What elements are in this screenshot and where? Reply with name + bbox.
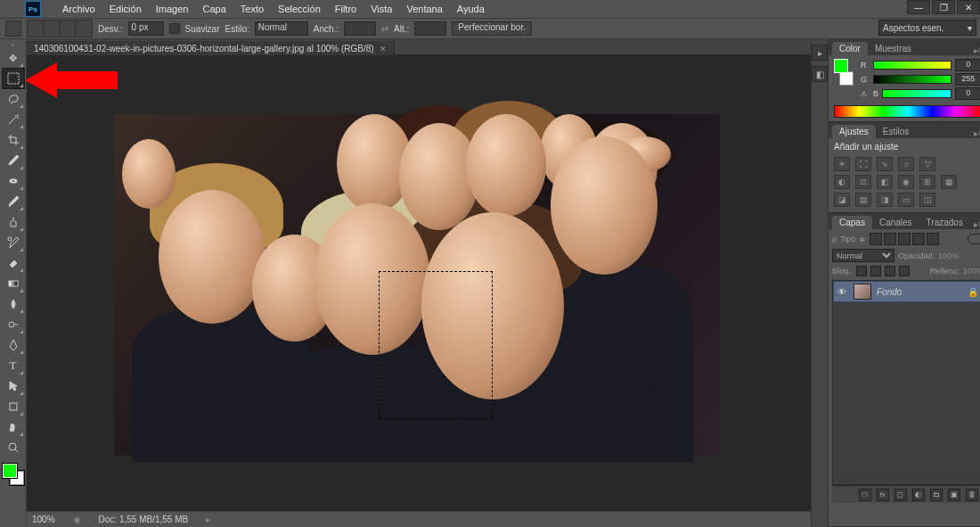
tab-channels[interactable]: Canales (872, 216, 919, 229)
lock-trans-icon[interactable] (856, 266, 867, 276)
adj-hue-icon[interactable]: ◐ (834, 175, 850, 189)
tab-swatches[interactable]: Muestras (868, 42, 919, 55)
b-slider[interactable] (882, 89, 951, 98)
close-button[interactable]: ✕ (957, 0, 980, 14)
workspace-selector[interactable]: Aspectos esen. ▾ (878, 20, 976, 36)
r-slider[interactable] (873, 61, 951, 70)
collapsed-panel-icon[interactable]: ◧ (812, 66, 828, 82)
adj-balance-icon[interactable]: ⚖ (855, 175, 871, 189)
eyedropper-tool[interactable] (3, 151, 24, 170)
adj-photofilter-icon[interactable]: ◉ (898, 175, 914, 189)
tab-adjustments[interactable]: Ajustes (832, 125, 876, 138)
adj-mixer-icon[interactable]: ⊞ (919, 175, 935, 189)
adj-threshold-icon[interactable]: ◨ (877, 193, 893, 207)
selection-subtract-icon[interactable] (60, 21, 76, 37)
panel-menu-icon[interactable]: ▸≡ (970, 45, 980, 55)
lock-all-icon[interactable] (899, 266, 910, 276)
adj-brightness-icon[interactable]: ☀ (834, 157, 850, 171)
filter-smart-icon[interactable] (927, 233, 939, 245)
document-canvas[interactable] (114, 114, 720, 456)
path-select-tool[interactable] (3, 376, 24, 396)
layer-name[interactable]: Fondo (877, 287, 902, 297)
lock-pixels-icon[interactable] (870, 266, 881, 276)
filter-adj-icon[interactable] (884, 233, 896, 245)
marquee-tool[interactable] (3, 69, 24, 88)
crop-tool[interactable] (3, 130, 24, 150)
filter-toggle[interactable] (968, 234, 980, 244)
layer-row[interactable]: 👁 Fondo 🔒 (833, 281, 980, 302)
maximize-button[interactable]: ❐ (932, 0, 955, 14)
filter-type-icon[interactable] (898, 233, 911, 245)
selection-intersect-icon[interactable] (76, 21, 92, 37)
minimize-button[interactable]: — (907, 0, 930, 14)
adj-lookup-icon[interactable]: ▦ (941, 175, 957, 189)
dodge-tool[interactable] (3, 315, 24, 334)
new-layer-icon[interactable]: ▣ (948, 489, 960, 501)
new-group-icon[interactable]: 🗀 (930, 489, 943, 501)
adj-bw-icon[interactable]: ◧ (877, 175, 893, 189)
visibility-icon[interactable]: 👁 (837, 287, 848, 297)
pen-tool[interactable] (3, 335, 24, 355)
close-icon[interactable]: ✕ (380, 45, 387, 54)
adj-curves-icon[interactable]: ∿ (877, 157, 893, 171)
adj-exposure-icon[interactable]: ☼ (898, 157, 914, 171)
adj-posterize-icon[interactable]: ▤ (855, 193, 871, 207)
tab-layers[interactable]: Capas (832, 216, 872, 229)
menu-archivo[interactable]: Archivo (55, 1, 102, 17)
collapsed-panel-icon[interactable]: ▸ (812, 45, 828, 61)
menu-ayuda[interactable]: Ayuda (450, 1, 492, 17)
clone-tool[interactable] (3, 212, 24, 232)
zoom-readout[interactable]: 100% (32, 515, 55, 524)
b-value[interactable]: 0 (955, 87, 980, 100)
adj-gradmap-icon[interactable]: ▭ (898, 193, 914, 207)
selection-add-icon[interactable] (44, 21, 60, 37)
foreground-color-swatch[interactable] (3, 464, 17, 478)
delete-layer-icon[interactable]: 🗑 (966, 489, 978, 501)
refine-edge-button[interactable]: Perfeccionar bor. (452, 21, 532, 36)
r-value[interactable]: 0 (955, 59, 980, 71)
filter-shape-icon[interactable] (912, 233, 925, 245)
tool-preset-icon[interactable] (5, 21, 21, 37)
color-swatch[interactable] (3, 464, 24, 485)
menu-capa[interactable]: Capa (195, 1, 233, 17)
tab-styles[interactable]: Estilos (876, 125, 916, 138)
tab-paths[interactable]: Trazados (919, 216, 970, 229)
docsize-readout[interactable]: Doc: 1,55 MB/1,55 MB (99, 515, 189, 524)
feather-input[interactable]: 0 px (128, 21, 164, 36)
layer-mask-icon[interactable]: ◻ (894, 489, 907, 501)
blur-tool[interactable] (3, 294, 24, 314)
gradient-tool[interactable] (3, 274, 24, 293)
heal-tool[interactable] (3, 171, 24, 191)
menu-vista[interactable]: Vista (363, 1, 399, 17)
toolbox-handle[interactable]: » (1, 41, 26, 48)
new-adjustment-icon[interactable]: ◐ (912, 489, 925, 501)
history-brush-tool[interactable] (3, 233, 24, 252)
tab-color[interactable]: Color (832, 42, 868, 55)
move-tool[interactable]: ✥ (3, 48, 24, 68)
status-icon[interactable]: ◉ (73, 515, 81, 524)
menu-filtro[interactable]: Filtro (328, 1, 363, 17)
hand-tool[interactable] (3, 417, 24, 437)
adj-invert-icon[interactable]: ◪ (834, 193, 850, 207)
layer-fx-icon[interactable]: fx (877, 489, 889, 501)
g-slider[interactable] (873, 75, 951, 84)
menu-ventana[interactable]: Ventana (399, 1, 449, 17)
brush-tool[interactable] (3, 192, 24, 211)
color-panel-swatch[interactable] (834, 59, 853, 91)
menu-imagen[interactable]: Imagen (149, 1, 196, 17)
style-select[interactable]: Normal (255, 21, 308, 36)
zoom-tool[interactable] (3, 438, 24, 457)
type-tool[interactable]: T (3, 356, 24, 375)
layers-list[interactable]: 👁 Fondo 🔒 (832, 280, 980, 485)
document-tab[interactable]: 140306100431-02-week-in-pictures-0306-ho… (27, 41, 395, 57)
menu-texto[interactable]: Texto (233, 1, 271, 17)
color-spectrum[interactable] (834, 105, 980, 118)
status-chevron-icon[interactable]: ▸ (206, 515, 210, 524)
eraser-tool[interactable] (3, 253, 24, 273)
wand-tool[interactable] (3, 110, 24, 129)
link-layers-icon[interactable]: ⬭ (859, 489, 871, 501)
antialias-checkbox[interactable] (169, 23, 180, 34)
adj-selective-icon[interactable]: ◫ (919, 193, 935, 207)
menu-edicion[interactable]: Edición (102, 1, 149, 17)
menu-seleccion[interactable]: Selección (271, 1, 328, 17)
